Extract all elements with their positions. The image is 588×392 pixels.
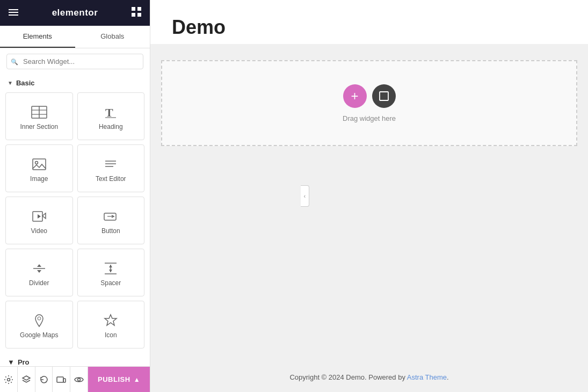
image-icon [32,157,47,172]
svg-point-33 [7,378,10,381]
svg-marker-19 [42,213,46,219]
button-icon [103,209,118,224]
svg-rect-5 [132,13,135,17]
svg-rect-35 [57,377,63,382]
widget-text-editor[interactable]: Text Editor [77,144,145,192]
svg-marker-32 [105,315,117,325]
settings-button[interactable] [0,367,18,392]
footer-after: . [447,373,449,381]
widget-video-label: Video [31,227,47,235]
widgets-grid: Inner Section T Heading Image [0,90,150,354]
svg-marker-25 [37,270,41,273]
section-basic-title: Basic [16,79,35,87]
section-pro-label: ▼ Pro [0,354,150,366]
divider-icon [32,261,47,276]
drop-zone-buttons: + [343,84,396,108]
drop-label: Drag widget here [343,114,396,122]
widget-image-label: Image [30,175,48,183]
search-input[interactable] [6,54,143,69]
svg-marker-29 [109,265,112,267]
publish-chevron-icon: ▲ [134,376,140,383]
layers-button[interactable] [18,367,35,392]
add-widget-button[interactable]: + [343,84,367,108]
widget-inner-section-label: Inner Section [20,123,58,130]
grid-icon[interactable] [132,7,141,19]
svg-rect-3 [132,7,135,11]
search-container [0,48,150,75]
widget-heading-label: Heading [99,123,123,130]
svg-marker-24 [37,264,41,267]
widget-icon-label: Icon [105,331,117,339]
svg-rect-4 [137,7,141,11]
widget-button[interactable]: Button [77,197,145,244]
svg-marker-30 [109,270,112,272]
widget-inner-section[interactable]: Inner Section [5,92,73,140]
widget-divider-label: Divider [29,279,49,287]
svg-rect-36 [63,379,66,382]
widget-spacer-label: Spacer [100,279,121,287]
sidebar-bottom: PUBLISH ▲ [0,366,150,392]
drop-zone-content: + Drag widget here [343,84,396,122]
app-title: elementor [52,8,98,18]
sidebar-header: elementor [0,0,150,26]
svg-rect-38 [380,92,388,100]
history-button[interactable] [35,367,53,392]
preview-button[interactable] [70,367,88,392]
canvas: ‹ Demo + Drag widget here [150,0,588,392]
widget-video[interactable]: Video [5,197,73,244]
icon-widget-icon [103,313,118,328]
widget-text-editor-label: Text Editor [96,175,126,183]
page-title: Demo [172,16,567,39]
canvas-body: + Drag widget here [150,44,588,362]
svg-point-31 [38,317,41,320]
widget-button-label: Button [101,227,120,235]
canvas-page: Demo + Drag widget here [150,0,588,392]
footer-text: Copyright © 2024 Demo. Powered by [289,373,406,381]
section-basic-label: ▼ Basic [0,75,150,90]
heading-icon: T [103,105,118,120]
widget-google-maps-label: Google Maps [20,331,58,339]
svg-rect-6 [137,13,141,17]
drop-zone[interactable]: + Drag widget here [161,60,577,146]
publish-label: PUBLISH [98,375,130,383]
spacer-icon [103,261,118,276]
sidebar-tabs: Elements Globals [0,26,150,48]
sidebar: elementor Elements Globals ▼ Basic [0,0,150,392]
pro-section-arrow[interactable]: ▼ [8,358,14,366]
collapse-handle[interactable]: ‹ [301,185,309,207]
svg-marker-34 [23,376,30,380]
widget-google-maps[interactable]: Google Maps [5,301,73,349]
widget-icon[interactable]: Icon [77,301,145,349]
text-editor-icon [103,157,118,172]
widget-divider[interactable]: Divider [5,249,73,296]
canvas-footer: Copyright © 2024 Demo. Powered by Astra … [150,362,588,392]
widget-image[interactable]: Image [5,144,73,192]
google-maps-icon [32,313,47,328]
tab-elements[interactable]: Elements [0,26,75,48]
publish-button[interactable]: PUBLISH ▲ [88,367,150,392]
hamburger-icon[interactable] [9,8,18,19]
video-icon [32,209,47,224]
widget-spacer[interactable]: Spacer [77,249,145,296]
svg-point-37 [78,378,81,381]
add-section-button[interactable] [372,84,396,108]
footer-link[interactable]: Astra Theme [407,373,447,381]
inner-section-icon [31,105,47,120]
responsive-button[interactable] [53,367,70,392]
tab-globals[interactable]: Globals [75,26,150,48]
widget-heading[interactable]: T Heading [77,92,145,140]
canvas-header: Demo [150,0,588,44]
svg-marker-20 [38,214,41,219]
svg-point-14 [35,161,38,164]
pro-section-title: Pro [18,358,30,366]
section-collapse-arrow[interactable]: ▼ [8,80,13,86]
